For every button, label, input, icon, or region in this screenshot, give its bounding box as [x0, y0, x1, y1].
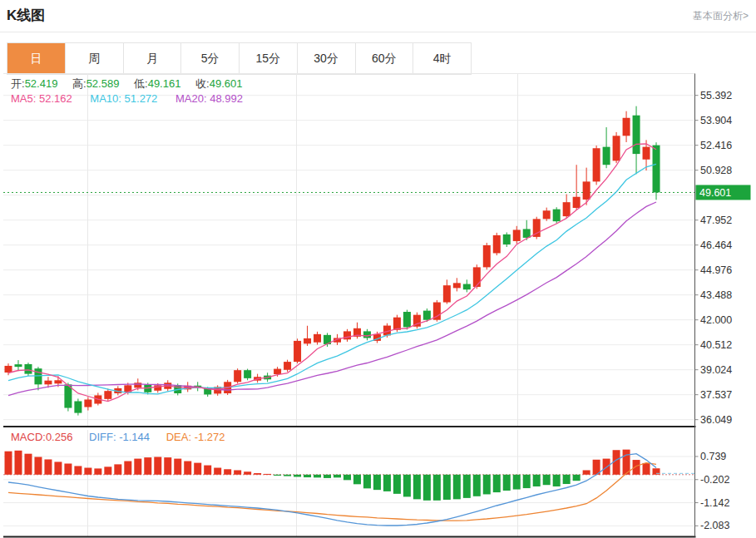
- current-price-tag-label: 49.601: [699, 187, 731, 199]
- candle-body: [5, 366, 12, 373]
- ma10-line: [8, 164, 656, 394]
- candle-body: [104, 391, 111, 399]
- open-value: 52.419: [25, 77, 58, 90]
- macd-bar: [94, 468, 101, 474]
- candle-body: [573, 197, 581, 208]
- candle-body: [24, 364, 32, 374]
- price-axis-label: 44.976: [700, 264, 732, 276]
- macd-bar: [34, 457, 42, 475]
- macd-bar: [254, 473, 261, 475]
- ma20-readout: MA20: 48.992: [175, 92, 243, 105]
- candle-body: [623, 118, 630, 136]
- price-axis-label: 39.024: [700, 364, 732, 376]
- macd-bar: [5, 452, 12, 475]
- candle-body: [74, 401, 82, 412]
- macd-bar: [463, 475, 471, 498]
- macd-bar: [44, 459, 52, 474]
- macd-bar: [533, 475, 541, 486]
- ma5-line: [8, 144, 656, 402]
- macd-bar: [14, 451, 22, 475]
- candle-body: [493, 235, 501, 254]
- macd-bar: [134, 459, 141, 475]
- macd-bar: [244, 471, 251, 475]
- candle-body: [314, 334, 321, 343]
- macd-bar: [294, 475, 301, 477]
- macd-bar: [383, 475, 391, 491]
- macd-bar: [483, 475, 491, 495]
- close-label: 收:: [195, 77, 210, 90]
- macd-bar: [124, 461, 131, 475]
- ma20-line: [8, 202, 656, 396]
- macd-axis-label: -2.083: [700, 520, 729, 531]
- macd-bar: [433, 475, 441, 501]
- macd-bar: [443, 475, 451, 500]
- macd-bar: [473, 475, 481, 496]
- macd-bar: [174, 459, 181, 475]
- macd-bar: [413, 475, 421, 500]
- macd-bar: [453, 475, 461, 500]
- macd-bar: [64, 463, 72, 474]
- candle-body: [593, 148, 600, 181]
- macd-bar: [363, 475, 371, 489]
- macd-axis-label: -1.142: [700, 497, 729, 509]
- kline-app: K线图 基本面分析> 日 周 月 5分 15分 30分 60分 4时 55.39…: [0, 0, 756, 538]
- macd-bar: [343, 475, 351, 481]
- candle-body: [234, 370, 241, 382]
- candle-body: [443, 285, 451, 302]
- macd-bar: [264, 474, 271, 475]
- price-axis-label: 53.904: [700, 115, 732, 126]
- price-axis-label: 52.416: [700, 140, 732, 151]
- candle-body: [463, 284, 471, 290]
- macd-bar: [194, 463, 201, 475]
- macd-bar: [284, 475, 291, 476]
- macd-bar: [523, 475, 531, 488]
- macd-bar: [224, 469, 231, 475]
- candle-body: [523, 229, 531, 237]
- candle-body: [34, 368, 42, 384]
- macd-value: MACD:0.256: [11, 431, 72, 443]
- macd-bar: [84, 468, 91, 475]
- macd-bar: [314, 475, 321, 478]
- macd-bar: [643, 463, 650, 475]
- candle-body: [453, 283, 461, 288]
- macd-bar: [204, 466, 211, 475]
- low-value: 49.161: [148, 77, 181, 90]
- candle-body: [643, 147, 650, 160]
- macd-bar: [373, 475, 381, 490]
- macd-axis-label: 0.739: [700, 451, 726, 462]
- candle-body: [513, 230, 521, 241]
- price-axis-label: 46.464: [700, 239, 732, 251]
- candle-body: [84, 399, 91, 407]
- macd-bar: [274, 475, 281, 476]
- candle-body: [294, 341, 301, 362]
- macd-bar: [304, 475, 311, 477]
- open-label: 开:: [11, 77, 25, 90]
- diff-value: DIFF: -1.144: [89, 431, 150, 443]
- macd-bar: [393, 475, 401, 494]
- price-axis-label: 40.512: [700, 339, 732, 351]
- candle-body: [473, 267, 481, 287]
- candle-body: [44, 381, 52, 385]
- macd-bar: [54, 461, 62, 474]
- macd-bar: [334, 475, 341, 478]
- macd-bar: [104, 466, 111, 474]
- candle-body: [543, 210, 551, 219]
- macd-bar: [24, 454, 32, 475]
- candle-body: [403, 312, 411, 327]
- candle-body: [343, 331, 351, 339]
- macd-readout: MACD:0.256 DIFF: -1.144 DEA: -1.272: [11, 431, 225, 443]
- macd-bar: [503, 475, 511, 491]
- macd-bar: [184, 461, 191, 475]
- candle-body: [613, 136, 620, 160]
- macd-bar: [513, 475, 521, 490]
- candle-body: [284, 362, 291, 370]
- macd-bar: [553, 475, 561, 486]
- candle-body: [483, 245, 491, 267]
- candle-body: [423, 311, 431, 320]
- macd-bar: [154, 457, 161, 475]
- macd-bar: [563, 475, 571, 484]
- ma-readout: MA5: 52.162 MA10: 51.272 MA20: 48.992: [11, 92, 243, 105]
- macd-bar: [403, 475, 411, 497]
- candle-body: [304, 338, 311, 343]
- candle-body: [14, 364, 22, 367]
